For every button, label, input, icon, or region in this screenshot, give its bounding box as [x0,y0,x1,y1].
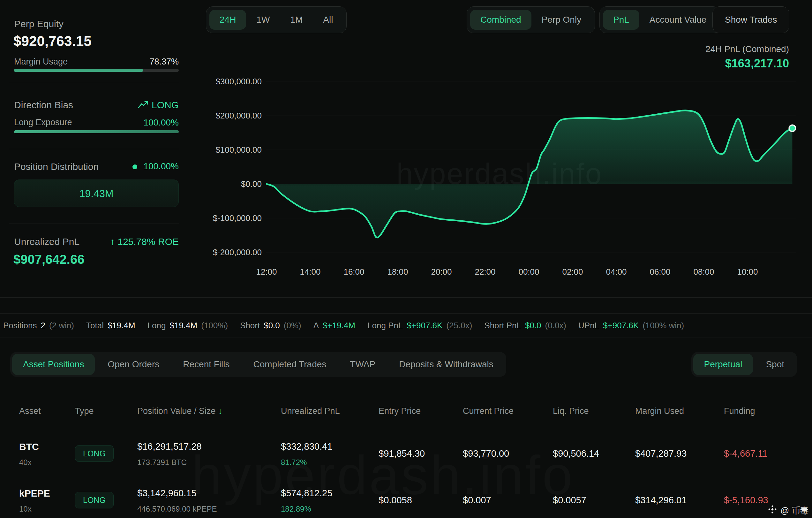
table-row[interactable]: BTC 40x LONG $16,291,517.28 173.7391 BTC… [0,438,812,480]
position-distribution-value-row: 100.00% [96,161,179,171]
y-axis-label: $-100,000.00 [192,213,262,223]
summary-upnl: UPnL $+907.6K (100% win) [578,321,684,330]
binance-logo-icon [767,505,777,516]
metric-toggle-group: PnL Account Value [600,6,720,33]
col-unrealized-pnl[interactable]: Unrealized PnL [281,406,340,416]
dot-icon [133,164,137,169]
summary-value: $+19.4M [323,321,355,330]
toggle-combined[interactable]: Combined [470,10,531,30]
y-axis-label: $0.00 [192,179,262,189]
col-liq-price[interactable]: Liq. Price [553,406,589,416]
liq-price: $90,506.14 [553,448,599,459]
tab-open-orders[interactable]: Open Orders [97,354,170,375]
summary-value: $19.4M [108,321,135,330]
funding: $-4,667.11 [724,448,767,459]
asset-name: kPEPE [19,488,50,499]
content-tabs: Asset Positions Open Orders Recent Fills… [10,352,506,377]
liq-price: $0.0057 [553,495,586,506]
summary-label: Long [147,321,166,330]
col-entry-price[interactable]: Entry Price [379,406,421,416]
margin-used: $407,287.93 [635,448,687,459]
col-asset[interactable]: Asset [19,406,41,416]
summary-paren: (100% win) [642,321,684,330]
table-row[interactable]: kPEPE 10x LONG $3,142,960.15 446,570,069… [0,485,812,518]
current-price: $93,770.00 [463,448,509,459]
summary-value: $0.0 [525,321,541,330]
tab-twap[interactable]: TWAP [339,354,386,375]
sidebar-divider [9,223,179,224]
time-range-1w[interactable]: 1W [246,10,280,30]
pnl-caption: 24H PnL (Combined) [630,44,789,54]
unrealized-pnl: $332,830.41 [281,441,332,452]
market-toggle: Perpetual Spot [691,352,797,377]
summary-value: 2 [41,321,45,330]
section-divider [0,297,812,298]
entry-price: $91,854.30 [379,448,425,459]
x-axis-label: 06:00 [646,267,674,277]
direction-bias-value: LONG [152,100,179,110]
col-position-value-label: Position Value / Size [137,406,216,416]
time-range-all[interactable]: All [313,10,343,30]
unrealized-pnl-value: $907,642.66 [13,252,84,267]
x-axis-label: 22:00 [471,267,499,277]
x-axis-label: 16:00 [340,267,368,277]
summary-long-pnl: Long PnL $+907.6K (25.0x) [367,321,472,330]
position-distribution-total: 19.43M [80,188,114,199]
x-axis-label: 14:00 [296,267,325,277]
col-position-value[interactable]: Position Value / Size ↓ [137,406,223,416]
summary-label: Δ [314,321,319,330]
summary-label: Positions [3,321,37,330]
margin-usage-label: Margin Usage [14,57,68,67]
summary-label: UPnL [578,321,599,330]
position-size: 446,570,069.00 kPEPE [137,505,217,514]
toggle-perp-only[interactable]: Perp Only [531,10,592,30]
tab-deposits-withdrawals[interactable]: Deposits & Withdrawals [388,354,504,375]
toggle-spot[interactable]: Spot [755,354,795,375]
position-value: $3,142,960.15 [137,488,196,498]
tab-asset-positions[interactable]: Asset Positions [12,354,95,375]
unrealized-pnl-roe: 125.78% ROE [117,236,179,247]
asset-name: BTC [19,441,39,452]
tab-completed-trades[interactable]: Completed Trades [242,354,337,375]
tab-recent-fills[interactable]: Recent Fills [172,354,240,375]
summary-paren: (25.0x) [446,321,472,330]
col-funding[interactable]: Funding [724,406,755,416]
toggle-perpetual[interactable]: Perpetual [693,354,753,375]
margin-usage-fill [14,69,143,72]
summary-label: Short [240,321,260,330]
margin-usage-bar [14,69,179,72]
time-range-24h[interactable]: 24H [209,10,246,30]
roe-pct: 182.89% [281,505,311,514]
x-axis-label: 10:00 [733,267,762,277]
sidebar-divider [9,83,179,83]
sort-desc-icon: ↓ [218,406,223,416]
summary-paren: (0%) [284,321,301,330]
summary-value: $+907.6K [603,321,639,330]
last-point-marker [789,125,795,131]
margin-used: $314,296.01 [635,495,687,506]
summary-value: $+907.6K [407,321,442,330]
col-margin-used[interactable]: Margin Used [635,406,684,416]
toggle-account-value[interactable]: Account Value [639,10,717,30]
long-exposure-label: Long Exposure [14,117,72,128]
col-type[interactable]: Type [75,406,94,416]
position-distribution-bar: 19.43M [14,180,179,207]
toggle-pnl[interactable]: PnL [603,10,639,30]
show-trades-button[interactable]: Show Trades [713,6,789,33]
margin-usage-value: 78.37% [115,57,179,67]
x-axis-label: 02:00 [558,267,587,277]
summary-short-pnl: Short PnL $0.0 (0.0x) [484,321,566,330]
long-exposure-fill [14,130,179,133]
summary-paren: (0.0x) [545,321,566,330]
unrealized-pnl-label: Unrealized PnL [14,236,80,247]
summary-label: Short PnL [484,321,521,330]
sidebar-divider [9,149,179,149]
time-range-1m[interactable]: 1M [280,10,313,30]
time-range-group: 24H 1W 1M All [206,6,347,33]
channel-handle: @ 币毒 [767,505,809,516]
col-current-price[interactable]: Current Price [463,406,514,416]
long-exposure-bar [14,130,179,133]
unrealized-pnl-roe-row: ↑ 125.78% ROE [83,236,179,247]
x-axis-label: 04:00 [602,267,631,277]
x-axis-label: 00:00 [515,267,543,277]
